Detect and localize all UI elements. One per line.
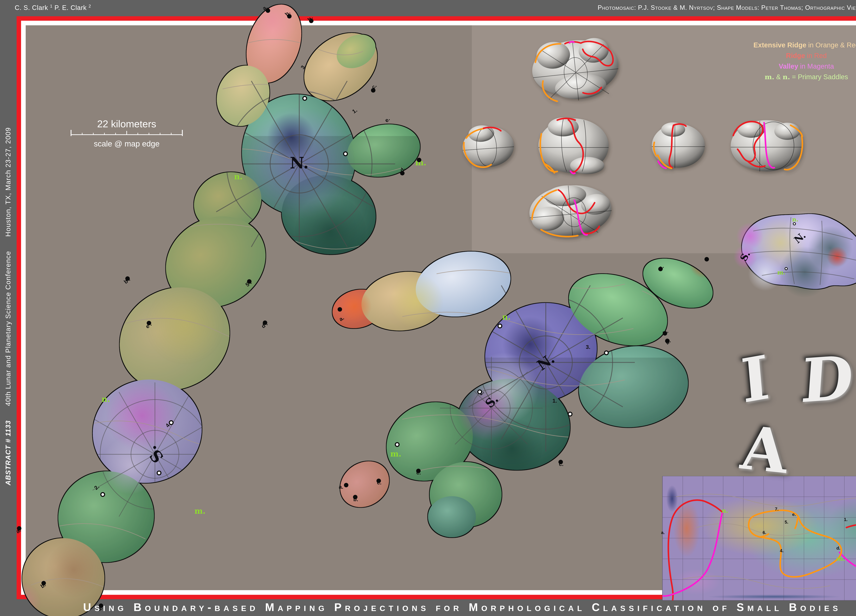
legend-ridge-term: Ridge [786, 52, 805, 59]
legend-valley: Valley in Magenta [716, 61, 856, 72]
map-label: a. [261, 4, 269, 12]
scale-note: scale @ map edge [65, 139, 188, 148]
equirectangular-map-lines [662, 476, 856, 601]
legend-saddles: m. & n. = Primary Saddles [716, 72, 856, 82]
poster-title: Using Boundary-based Mapping Projections… [0, 601, 856, 614]
asteroid-name: I D A [741, 344, 856, 485]
author-1-footnote-mark: 1 [50, 4, 52, 8]
extensive-ridge-line-orange [760, 534, 768, 537]
scale-ruler [65, 129, 188, 137]
asteroid-name-letter-a: A [738, 412, 791, 487]
abstract-number: ABSTRACT # 1133 [4, 420, 12, 485]
authors: C. S. Clark 1 P. E. Clark 2 [15, 4, 91, 11]
asteroid-name-letter-d: D [799, 342, 856, 416]
legend-saddle-n: n. [783, 73, 790, 81]
legend: Extensive Ridge in Orange & Red Ridge in… [716, 40, 856, 82]
equirectangular-map [662, 476, 856, 601]
legend-extensive-ridge-desc: in Orange & Red [806, 41, 856, 49]
credits: Photomosaic: P.J. Stooke & M. Nyrtsov; S… [598, 4, 856, 11]
author-2: P. E. Clark [54, 4, 87, 11]
author-1: C. S. Clark [15, 4, 48, 11]
legend-saddle-desc: = Primary Saddles [790, 73, 848, 81]
left-sidebar-text: ABSTRACT # 1133 40th Lunar and Planetary… [4, 127, 12, 485]
author-2-footnote-mark: 2 [89, 4, 91, 8]
extensive-ridge-line-orange [795, 518, 797, 528]
ridge-line-red [847, 524, 856, 563]
legend-saddle-m: m. [765, 73, 774, 81]
poster-root: a.b.b.3.c.1.e.d.m.n.N.b'.5'.e'.d'.4.2.n.… [0, 0, 856, 616]
legend-ridge: Ridge in Red [716, 50, 856, 61]
legend-extensive-ridge: Extensive Ridge in Orange & Red [716, 40, 856, 50]
scale-bar: 22 kilometers scale @ map edge [65, 118, 188, 148]
legend-saddle-sep: & [774, 73, 783, 81]
legend-ridge-desc: in Red [805, 52, 827, 59]
conference-location-date: Houston, TX, March 23-27, 2009 [4, 127, 12, 237]
conference-name: 40th Lunar and Planetary Science Confere… [4, 251, 12, 406]
asteroid-name-letter-i: I [738, 341, 772, 417]
legend-extensive-ridge-term: Extensive Ridge [753, 41, 806, 49]
legend-valley-desc: in Magenta [798, 63, 834, 70]
extensive-ridge-line-orange [749, 510, 841, 577]
valley-line-magenta [839, 552, 856, 598]
legend-valley-term: Valley [779, 63, 798, 70]
scale-distance: 22 kilometers [65, 118, 188, 129]
map-vertex-dot [266, 8, 270, 13]
